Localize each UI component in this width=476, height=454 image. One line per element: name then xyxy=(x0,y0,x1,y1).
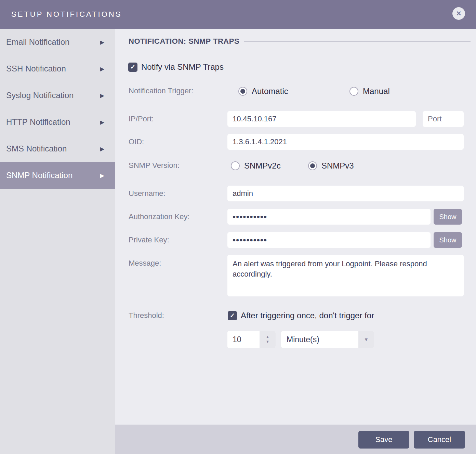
stepper-arrows[interactable]: ▲ ▼ xyxy=(260,331,276,348)
notify-via-snmp-checkbox[interactable]: ✓ xyxy=(128,63,137,72)
radio-unselected-icon xyxy=(231,161,240,170)
snmp-version-label: SNMP Version: xyxy=(129,161,180,170)
oid-input[interactable] xyxy=(227,134,464,150)
sidebar-item-label: SSH Notification xyxy=(6,64,66,74)
sidebar-item-syslog-notification[interactable]: Syslog Notification ▶ xyxy=(0,82,115,109)
threshold-unit-dropdown[interactable]: Minute(s) ▼ xyxy=(281,331,374,348)
radio-selected-icon xyxy=(238,87,247,96)
dialog-header: SETUP NOTIFICATIONS ✕ xyxy=(0,0,476,29)
sidebar-item-sms-notification[interactable]: SMS Notification ▶ xyxy=(0,135,115,162)
threshold-checkbox[interactable]: ✓ xyxy=(228,311,237,320)
caret-up-icon: ▲ xyxy=(266,335,269,339)
private-key-label: Private Key: xyxy=(129,236,169,244)
threshold-row: ✓ After triggering once, don't trigger f… xyxy=(228,311,374,320)
sidebar-item-http-notification[interactable]: HTTP Notification ▶ xyxy=(0,109,115,135)
notify-via-snmp-row: ✓ Notify via SNMP Traps xyxy=(128,62,224,72)
threshold-label: Threshold: xyxy=(129,311,164,320)
chevron-right-icon: ▶ xyxy=(100,92,104,99)
trigger-manual-radio[interactable]: Manual xyxy=(349,86,390,96)
chevron-right-icon: ▶ xyxy=(100,146,104,152)
notification-trigger-label: Notification Trigger: xyxy=(129,86,194,95)
sidebar-item-label: HTTP Notification xyxy=(6,117,70,127)
private-key-show-button[interactable]: Show xyxy=(434,232,462,248)
sidebar-item-label: Email Notification xyxy=(6,37,69,47)
trigger-automatic-label: Automatic xyxy=(252,86,288,96)
message-textarea[interactable]: An alert was triggered from your Logpoin… xyxy=(227,255,464,296)
snmp-traps-panel: NOTIFICATION: SNMP TRAPS ✓ Notify via SN… xyxy=(115,29,476,425)
version-v3-label: SNMPv3 xyxy=(321,161,354,171)
cancel-button[interactable]: Cancel xyxy=(414,431,465,449)
trigger-manual-label: Manual xyxy=(363,86,390,96)
close-button[interactable]: ✕ xyxy=(452,7,465,20)
dialog-title: SETUP NOTIFICATIONS xyxy=(11,10,122,19)
radio-selected-icon xyxy=(308,161,317,170)
check-icon: ✓ xyxy=(230,312,235,319)
ip-port-label: IP/Port: xyxy=(129,115,154,123)
authorization-key-show-button[interactable]: Show xyxy=(434,209,462,225)
notify-via-snmp-label: Notify via SNMP Traps xyxy=(141,62,224,72)
save-button[interactable]: Save xyxy=(358,431,409,449)
chevron-right-icon: ▶ xyxy=(100,39,104,45)
dropdown-arrow: ▼ xyxy=(358,331,374,348)
oid-label: OID: xyxy=(129,137,144,146)
caret-down-icon: ▼ xyxy=(266,339,269,344)
dialog-footer: Save Cancel xyxy=(115,425,476,454)
chevron-right-icon: ▶ xyxy=(100,119,104,125)
message-label: Message: xyxy=(129,259,161,268)
notification-sidebar: Email Notification ▶ SSH Notification ▶ … xyxy=(0,29,115,454)
threshold-checkbox-label: After triggering once, don't trigger for xyxy=(241,311,374,320)
section-title: NOTIFICATION: SNMP TRAPS xyxy=(129,37,239,46)
threshold-amount-stepper: ▲ ▼ xyxy=(227,331,276,348)
caret-down-icon: ▼ xyxy=(364,337,369,342)
private-key-input[interactable] xyxy=(227,232,431,248)
check-icon: ✓ xyxy=(130,63,135,71)
section-divider xyxy=(244,41,471,42)
version-v2c-radio[interactable]: SNMPv2c xyxy=(231,161,281,171)
username-label: Username: xyxy=(129,189,166,198)
sidebar-item-snmp-notification[interactable]: SNMP Notification ▶ xyxy=(0,162,115,189)
trigger-automatic-radio[interactable]: Automatic xyxy=(238,86,288,96)
close-icon: ✕ xyxy=(456,10,462,17)
version-v2c-label: SNMPv2c xyxy=(244,161,281,171)
port-input[interactable] xyxy=(423,111,464,127)
ip-input[interactable] xyxy=(227,111,416,127)
chevron-right-icon: ▶ xyxy=(100,66,104,72)
sidebar-item-label: Syslog Notification xyxy=(6,91,74,100)
radio-unselected-icon xyxy=(349,87,358,96)
username-input[interactable] xyxy=(227,186,464,201)
threshold-amount-input[interactable] xyxy=(227,331,260,348)
sidebar-item-label: SNMP Notification xyxy=(6,171,72,180)
sidebar-item-label: SMS Notification xyxy=(6,144,67,153)
chevron-right-icon: ▶ xyxy=(100,172,104,179)
sidebar-item-email-notification[interactable]: Email Notification ▶ xyxy=(0,29,115,55)
authorization-key-input[interactable] xyxy=(227,209,431,225)
version-v3-radio[interactable]: SNMPv3 xyxy=(308,161,354,171)
threshold-unit-value: Minute(s) xyxy=(281,331,358,348)
authorization-key-label: Authorization Key: xyxy=(129,212,190,221)
sidebar-item-ssh-notification[interactable]: SSH Notification ▶ xyxy=(0,55,115,82)
section-header: NOTIFICATION: SNMP TRAPS xyxy=(129,37,471,46)
